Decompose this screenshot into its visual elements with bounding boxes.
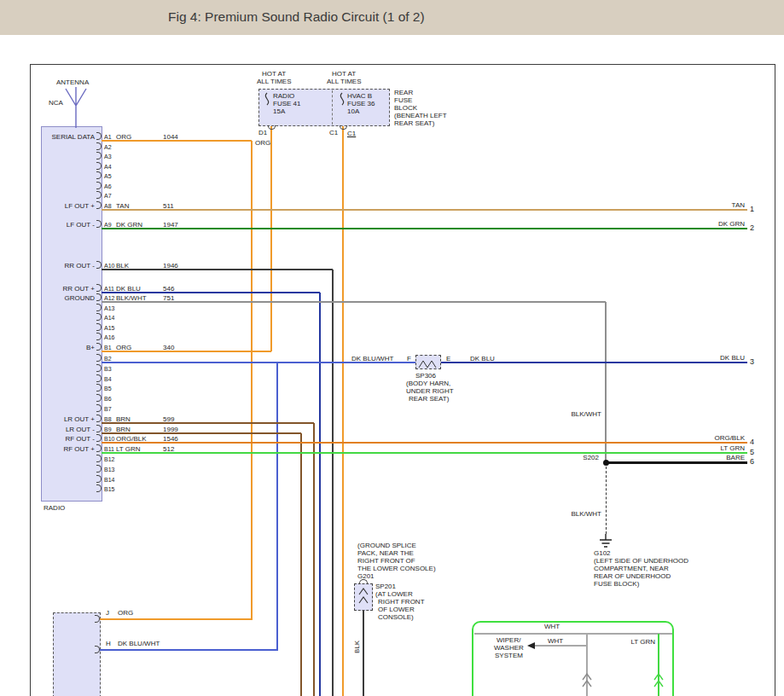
- pin-label-b13: B13: [104, 466, 114, 473]
- wire-color-label-a10: BLK: [116, 262, 129, 270]
- page: Fig 4: Premium Sound Radio Circuit (1 of…: [0, 0, 784, 696]
- hot-at-2-line2: ALL TIMES: [327, 78, 361, 85]
- connector-chevron-icon: [581, 673, 593, 688]
- wire-circuit-label-a11: 546: [163, 285, 174, 293]
- s202-wire-below-label: BLK/WHT: [557, 510, 601, 518]
- edge-wire-label-4: ORG/BLK: [694, 434, 745, 442]
- sp201-note-3: CONSOLE): [378, 613, 414, 621]
- sp201-name: SP201: [375, 583, 396, 590]
- s202-dot: [603, 460, 609, 466]
- sp201-note-1: RIGHT FRONT: [378, 598, 425, 606]
- g102-note-1: COMPARTMENT, NEAR: [594, 565, 669, 572]
- wire-color-label-b1: ORG: [116, 344, 131, 351]
- wire-circuit-label-b1: 340: [163, 344, 174, 351]
- wire-circuit-label-b10: 1546: [163, 435, 178, 443]
- radio-signal-label-6: B+: [45, 344, 95, 351]
- wiper-system-line-2: SYSTEM: [495, 652, 523, 659]
- fuse-box-divider: [332, 90, 333, 125]
- radio-name: RADIO: [44, 504, 65, 512]
- pin-arc-a6: [96, 182, 102, 189]
- fuse1-num: FUSE 41: [273, 100, 300, 107]
- pin-label-h: H: [106, 640, 111, 647]
- wire-circuit-label-a1: 1044: [163, 133, 178, 141]
- wire-circuit-label-a8: 511: [163, 202, 174, 210]
- edge-number-1: 1: [750, 206, 754, 213]
- wire-c1-org: [342, 126, 344, 696]
- pin-label-a5: A5: [104, 172, 112, 180]
- radio-signal-label-0: SERIAL DATA: [45, 133, 95, 141]
- wire-h-dkbluwht: [100, 649, 278, 651]
- pin-c1-label: C1: [329, 129, 338, 136]
- conn-c1-label: C1: [347, 130, 356, 137]
- edge-wire-label-2: DK GRN: [694, 220, 745, 228]
- pin-label-b2: B2: [104, 355, 112, 362]
- wire-color-label-a9: DK GRN: [116, 221, 142, 229]
- fuse-location-line-3: (BENEATH LEFT: [394, 112, 447, 119]
- pin-label-a7: A7: [104, 192, 112, 200]
- wiper-system-line-1: WASHER: [494, 644, 524, 652]
- edge-number-5: 5: [750, 449, 754, 456]
- wire-b8-brn: [102, 422, 314, 424]
- wire-color-label-b10: ORG/BLK: [116, 435, 147, 443]
- ground-path-dashed: [606, 467, 607, 534]
- fuse2-amp: 10A: [347, 107, 359, 115]
- wiper-system-line-0: WIPER/: [497, 636, 520, 644]
- wire-a11-dkblu-drop: [319, 293, 321, 696]
- pin-label-a11: A11: [104, 285, 114, 293]
- pin-label-a2: A2: [104, 143, 112, 151]
- g201-name: G201: [357, 572, 375, 580]
- wire-b2-dkbluwht-drop: [276, 362, 278, 650]
- wiper-ltgrn-label: LT GRN: [626, 638, 655, 646]
- wire-color-label-b9: BRN: [116, 426, 131, 433]
- fuse1-name: RADIO: [273, 92, 294, 100]
- fuse1-amp: 15A: [273, 107, 285, 115]
- edge-number-2: 2: [750, 224, 754, 232]
- fuse-location-line-2: BLOCK: [394, 104, 417, 112]
- pin-label-b8: B8: [104, 415, 112, 423]
- pin-label-b10: B10: [104, 435, 114, 443]
- aux-j-wire-label: ORG: [118, 609, 133, 617]
- wire-b10-orgblk: [102, 442, 747, 444]
- pin-label-a16: A16: [104, 334, 114, 341]
- hot-at-2-line1: HOT AT: [332, 70, 356, 78]
- wire-color-label-a1: ORG: [116, 133, 131, 141]
- pin-arc-a13: [96, 304, 102, 311]
- wire-b11-ltgrn: [102, 452, 747, 454]
- pin-label-b4: B4: [104, 375, 112, 383]
- antenna-label: ANTENNA: [56, 78, 89, 86]
- wire-circuit-label-a9: 1947: [163, 221, 178, 229]
- wire-wht-top: [474, 633, 672, 635]
- pin-label-b14: B14: [104, 476, 114, 484]
- connector-chevron-icon: [653, 673, 665, 688]
- radio-signal-label-7: LR OUT +: [45, 415, 95, 423]
- wire-circuit-label-b9: 1999: [163, 426, 178, 433]
- sp201-wire-label: BLK: [353, 641, 361, 653]
- wire-color-label-a8: TAN: [116, 202, 129, 210]
- sp306-name: SP306: [415, 372, 436, 380]
- aux-connector-block: [53, 612, 101, 696]
- wire-a1-org-drop: [251, 141, 253, 619]
- edge-wire-label-3: DK BLU: [694, 354, 745, 362]
- wire-a10-blk: [102, 269, 333, 270]
- g102-note-0: (LEFT SIDE OF UNDERHOOD: [594, 557, 688, 565]
- edge-wire-label-5: LT GRN: [694, 444, 745, 452]
- d1-wire-label: ORG: [255, 139, 270, 147]
- s202-wire-above-label: BLK/WHT: [557, 410, 601, 418]
- pin-arc-a15: [96, 323, 102, 331]
- pin-label-a6: A6: [104, 183, 112, 190]
- pin-label-a12: A12: [104, 294, 114, 302]
- radio-signal-label-4: RR OUT +: [45, 285, 95, 293]
- wire-sp201-blk: [363, 611, 364, 696]
- pin-label-b1: B1: [104, 344, 112, 351]
- wire-circuit-label-b8: 599: [163, 415, 174, 423]
- fuse2-num: FUSE 36: [347, 100, 375, 107]
- pin-label-b15: B15: [104, 485, 114, 493]
- edge-number-4: 4: [750, 438, 754, 446]
- sp306-pin-f: F: [407, 355, 411, 362]
- fuse-icon: [262, 92, 272, 107]
- splice-icon: [357, 587, 370, 607]
- pin-label-a3: A3: [104, 153, 112, 160]
- wire-circuit-label-a12: 751: [163, 294, 174, 302]
- pin-label-b3: B3: [104, 365, 112, 373]
- fuse-location-line-0: REAR: [394, 89, 413, 96]
